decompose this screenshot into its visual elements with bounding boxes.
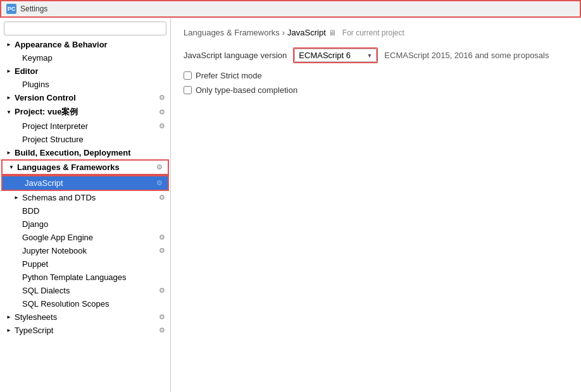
sidebar-item-label: Appearance & Behavior xyxy=(15,40,108,49)
gear-icon: ⚙ xyxy=(159,233,165,242)
chevron-icon: ► xyxy=(5,68,13,75)
sidebar-item-build-execution[interactable]: ►Build, Execution, Deployment xyxy=(0,146,170,159)
gear-icon: ⚙ xyxy=(159,193,165,202)
sidebar-item-label: Keymap xyxy=(22,53,53,63)
sidebar-item-languages-frameworks[interactable]: ▼Languages & Frameworks⚙ xyxy=(1,159,169,175)
sidebar-item-label: Plugins xyxy=(22,80,49,89)
sidebar-item-label: Django xyxy=(22,219,48,229)
sidebar-item-puppet[interactable]: Puppet xyxy=(0,257,170,271)
sidebar-item-label: SQL Resolution Scopes xyxy=(22,299,109,309)
sidebar-item-label: TypeScript xyxy=(15,326,53,335)
sidebar-item-label: BDD xyxy=(22,206,39,216)
sidebar-item-label: SQL Dialects xyxy=(22,286,70,295)
sidebar-item-plugins[interactable]: Plugins xyxy=(0,78,170,91)
gear-icon: ⚙ xyxy=(156,163,163,171)
sidebar-item-sql-dialects[interactable]: SQL Dialects⚙ xyxy=(0,284,170,297)
sidebar-item-label: Puppet xyxy=(22,259,48,269)
sidebar-item-bdd[interactable]: BDD xyxy=(0,204,170,217)
breadcrumb-separator: › xyxy=(282,28,285,37)
sidebar-item-python-template[interactable]: Python Template Languages xyxy=(0,271,170,284)
dropdown-value: ECMAScript 6 xyxy=(299,51,351,60)
content-area: Languages & Frameworks › JavaScript 🖥 Fo… xyxy=(171,18,581,392)
sidebar-item-sql-resolution[interactable]: SQL Resolution Scopes xyxy=(0,297,170,310)
sidebar: ►Appearance & BehaviorKeymap►EditorPlugi… xyxy=(0,18,171,392)
search-input[interactable] xyxy=(4,21,166,35)
sidebar-item-label: Editor xyxy=(15,66,39,76)
sidebar-item-label: Version Control xyxy=(15,93,76,102)
breadcrumb-current: JavaScript xyxy=(287,28,326,37)
gear-icon: ⚙ xyxy=(159,94,165,102)
breadcrumb-path: Languages & Frameworks xyxy=(184,28,280,37)
chevron-icon: ► xyxy=(5,149,13,157)
title-bar-text: Settings xyxy=(20,4,47,13)
title-bar: PC Settings xyxy=(0,0,581,18)
sidebar-item-typescript[interactable]: ►TypeScript⚙ xyxy=(0,324,170,337)
chevron-icon: ► xyxy=(5,314,13,321)
sidebar-item-django[interactable]: Django xyxy=(0,217,170,231)
gear-icon: ⚙ xyxy=(159,326,165,334)
for-project-label: For current project xyxy=(342,28,404,37)
sidebar-item-javascript[interactable]: JavaScript⚙ xyxy=(1,175,169,191)
project-icon: 🖥 xyxy=(328,28,336,37)
sidebar-item-schemas-dtds[interactable]: ►Schemas and DTDs⚙ xyxy=(0,191,170,204)
gear-icon: ⚙ xyxy=(159,286,165,295)
checkbox-type-completion[interactable] xyxy=(184,86,192,94)
gear-icon: ⚙ xyxy=(156,179,163,187)
language-version-dropdown[interactable]: ECMAScript 6 ▼ xyxy=(294,49,377,62)
checkbox-label-strict-mode: Prefer Strict mode xyxy=(196,71,262,80)
sidebar-item-jupyter-notebook[interactable]: Jupyter Notebook⚙ xyxy=(0,244,170,257)
dropdown-wrapper: ECMAScript 6 ▼ xyxy=(293,47,378,63)
sidebar-item-stylesheets[interactable]: ►Stylesheets⚙ xyxy=(0,310,170,324)
sidebar-item-label: Stylesheets xyxy=(15,312,57,322)
sidebar-item-label: JavaScript xyxy=(25,178,63,188)
sidebar-item-label: Jupyter Notebook xyxy=(22,246,87,255)
breadcrumb: Languages & Frameworks › JavaScript 🖥 Fo… xyxy=(184,28,568,37)
chevron-icon: ▼ xyxy=(5,108,13,116)
app-icon: PC xyxy=(6,4,16,14)
checkbox-row-type-completion: Only type-based completion xyxy=(184,85,568,95)
chevron-icon: ► xyxy=(13,194,20,202)
sidebar-item-project-interpreter[interactable]: Project Interpreter⚙ xyxy=(0,119,170,133)
sidebar-item-label: Schemas and DTDs xyxy=(22,193,96,202)
checkbox-strict-mode[interactable] xyxy=(184,71,192,80)
sidebar-item-keymap[interactable]: Keymap xyxy=(0,51,170,64)
sidebar-item-label: Google App Engine xyxy=(22,233,93,242)
chevron-icon: ► xyxy=(5,94,13,102)
main-container: ►Appearance & BehaviorKeymap►EditorPlugi… xyxy=(0,18,581,392)
sidebar-item-label: Project Interpreter xyxy=(22,121,88,131)
dropdown-arrow-icon: ▼ xyxy=(366,52,372,59)
sidebar-item-label: Languages & Frameworks xyxy=(17,162,120,172)
checkbox-row-strict-mode: Prefer Strict mode xyxy=(184,71,568,80)
gear-icon: ⚙ xyxy=(159,247,165,255)
sidebar-item-appearance[interactable]: ►Appearance & Behavior xyxy=(0,38,170,51)
version-row: JavaScript language version ECMAScript 6… xyxy=(184,47,568,63)
chevron-icon: ► xyxy=(5,41,13,49)
version-label: JavaScript language version xyxy=(184,51,287,60)
sidebar-item-label: Build, Execution, Deployment xyxy=(15,148,130,157)
sidebar-item-google-app-engine[interactable]: Google App Engine⚙ xyxy=(0,231,170,244)
checkbox-label-type-completion: Only type-based completion xyxy=(196,85,297,95)
checkboxes-container: Prefer Strict modeOnly type-based comple… xyxy=(184,71,568,95)
sidebar-item-editor[interactable]: ►Editor xyxy=(0,64,170,78)
chevron-icon: ▼ xyxy=(8,164,15,171)
sidebar-item-project-vue[interactable]: ▼Project: vue案例⚙ xyxy=(0,104,170,119)
sidebar-items-container: ►Appearance & BehaviorKeymap►EditorPlugi… xyxy=(0,38,170,337)
sidebar-item-project-structure[interactable]: Project Structure xyxy=(0,133,170,146)
version-hint: ECMAScript 2015, 2016 and some proposals xyxy=(384,51,549,60)
gear-icon: ⚙ xyxy=(159,122,165,130)
sidebar-item-label: Project: vue案例 xyxy=(15,106,78,118)
chevron-icon: ► xyxy=(5,327,13,334)
gear-icon: ⚙ xyxy=(159,108,165,116)
sidebar-item-version-control[interactable]: ►Version Control⚙ xyxy=(0,91,170,104)
sidebar-item-label: Project Structure xyxy=(22,135,84,144)
sidebar-item-label: Python Template Languages xyxy=(22,273,127,282)
gear-icon: ⚙ xyxy=(159,313,165,321)
